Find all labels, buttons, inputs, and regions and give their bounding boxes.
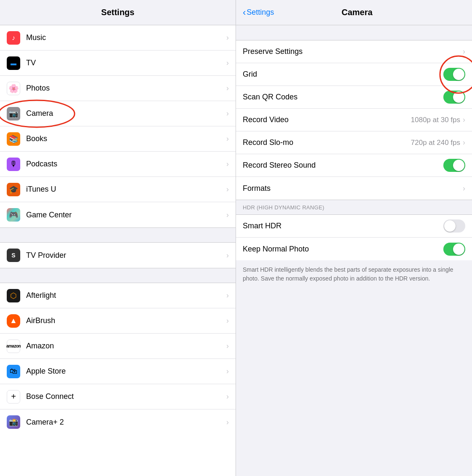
recordslomo-value: 720p at 240 fps <box>411 139 460 147</box>
books-label: Books <box>26 134 226 143</box>
camera-settings-group-1: Preserve Settings › Grid Scan QR Codes R… <box>236 40 472 200</box>
photos-icon: 🌸 <box>7 82 20 95</box>
sidebar-item-amazon[interactable]: amazon Amazon › <box>0 334 236 359</box>
podcasts-label: Podcasts <box>26 160 226 168</box>
sidebar-item-music[interactable]: ♪ Music › <box>0 25 236 51</box>
grid-item[interactable]: Grid <box>236 63 472 86</box>
afterlight-icon: ⬡ <box>7 289 20 302</box>
scanqr-toggle-knob <box>453 91 464 103</box>
smarthdr-item[interactable]: Smart HDR <box>236 215 472 238</box>
smarthdr-toggle-knob <box>444 220 456 232</box>
sidebar-item-tvprovider[interactable]: S TV Provider › <box>0 243 236 268</box>
recordslomo-label: Record Slo-mo <box>243 138 411 147</box>
camera-label: Camera <box>26 109 226 118</box>
formats-item[interactable]: Formats › <box>236 177 472 200</box>
recordvideo-value: 1080p at 30 fps <box>411 116 460 124</box>
podcasts-icon: 🎙 <box>7 158 20 171</box>
back-button[interactable]: ‹ Settings <box>243 7 274 18</box>
amazon-chevron: › <box>226 342 229 350</box>
airbrush-label: AirBrush <box>26 316 226 325</box>
formats-label: Formats <box>243 184 463 193</box>
preserve-label: Preserve Settings <box>243 47 463 56</box>
music-label: Music <box>26 33 226 42</box>
keepnormal-label: Keep Normal Photo <box>243 245 443 254</box>
sidebar-item-airbrush[interactable]: ▲ AirBrush › <box>0 308 236 334</box>
sidebar-item-gamecenter[interactable]: 🎮 Game Center › <box>0 202 236 227</box>
recordvideo-label: Record Video <box>243 115 411 124</box>
photos-chevron: › <box>226 84 229 93</box>
smarthdr-toggle[interactable] <box>443 219 465 233</box>
sidebar-item-tv[interactable]: ▬ TV › <box>0 51 236 76</box>
sidebar-item-podcasts[interactable]: 🎙 Podcasts › <box>0 152 236 177</box>
scanqr-item[interactable]: Scan QR Codes <box>236 86 472 109</box>
keepnormal-toggle[interactable] <box>443 243 465 256</box>
right-panel: ‹ Settings Camera Preserve Settings › Gr… <box>236 0 472 476</box>
applestore-chevron: › <box>226 367 229 376</box>
sidebar-item-applestore[interactable]: 🛍 Apple Store › <box>0 359 236 384</box>
sidebar-item-camera2[interactable]: 📸 Camera+ 2 › <box>0 409 236 435</box>
hdr-description: Smart HDR intelligently blends the best … <box>236 260 472 290</box>
itunes-icon: 🎓 <box>7 183 20 196</box>
applestore-label: Apple Store <box>26 367 226 376</box>
recordstereo-toggle-knob <box>453 160 464 171</box>
amazon-icon: amazon <box>7 340 20 353</box>
books-icon: 📚 <box>7 132 20 146</box>
recordslomo-item[interactable]: Record Slo-mo 720p at 240 fps › <box>236 131 472 154</box>
keepnormal-toggle-knob <box>453 243 464 255</box>
tvprovider-icon: S <box>7 249 20 262</box>
applestore-icon: 🛍 <box>7 365 20 378</box>
gamecenter-icon: 🎮 <box>7 208 20 222</box>
left-header: Settings <box>0 0 236 25</box>
music-icon: ♪ <box>7 31 20 45</box>
camera2-label: Camera+ 2 <box>26 418 226 427</box>
hdr-label: HDR (HIGH DYNAMIC RANGE) <box>243 204 324 211</box>
bose-label: Bose Connect <box>26 392 226 401</box>
smarthdr-label: Smart HDR <box>243 222 443 230</box>
camera-chevron: › <box>226 109 229 118</box>
camera-icon: 📷 <box>7 107 20 120</box>
recordvideo-item[interactable]: Record Video 1080p at 30 fps › <box>236 109 472 131</box>
scanqr-toggle[interactable] <box>443 91 465 104</box>
sidebar-item-afterlight[interactable]: ⬡ Afterlight › <box>0 283 236 308</box>
sidebar-item-photos[interactable]: 🌸 Photos › <box>0 76 236 101</box>
itunes-chevron: › <box>226 185 229 194</box>
bose-chevron: › <box>226 392 229 401</box>
preserve-settings-item[interactable]: Preserve Settings › <box>236 40 472 63</box>
left-panel: Settings ♪ Music › ▬ TV › 🌸 <box>0 0 236 476</box>
recordstereo-toggle[interactable] <box>443 159 465 172</box>
back-chevron-icon: ‹ <box>243 7 246 18</box>
hdr-description-text: Smart HDR intelligently blends the best … <box>243 266 453 282</box>
camera2-chevron: › <box>226 418 229 427</box>
recordvideo-chevron: › <box>463 115 465 124</box>
gamecenter-label: Game Center <box>26 211 226 219</box>
grid-label: Grid <box>243 70 443 79</box>
settings-group-1: ♪ Music › ▬ TV › 🌸 Photos › <box>0 25 236 227</box>
tv-icon: ▬ <box>7 56 20 70</box>
itunes-label: iTunes U <box>26 185 226 194</box>
left-title: Settings <box>101 8 134 17</box>
tv-chevron: › <box>226 59 229 67</box>
sidebar-item-itunes[interactable]: 🎓 iTunes U › <box>0 177 236 202</box>
settings-list: ♪ Music › ▬ TV › 🌸 Photos › <box>0 25 236 476</box>
airbrush-chevron: › <box>226 316 229 325</box>
recordstereo-item[interactable]: Record Stereo Sound <box>236 154 472 177</box>
sidebar-item-bose[interactable]: + Bose Connect › <box>0 384 236 409</box>
separator-2 <box>0 268 236 283</box>
bose-icon: + <box>7 390 20 404</box>
amazon-label: Amazon <box>26 342 226 350</box>
back-label: Settings <box>247 8 274 17</box>
tv-label: TV <box>26 59 226 67</box>
afterlight-chevron: › <box>226 291 229 300</box>
camera2-icon: 📸 <box>7 415 20 429</box>
grid-toggle[interactable] <box>443 68 465 81</box>
podcasts-chevron: › <box>226 160 229 168</box>
hdr-settings-group: Smart HDR Keep Normal Photo <box>236 215 472 260</box>
camera-title: Camera <box>274 8 440 17</box>
hdr-separator: HDR (HIGH DYNAMIC RANGE) <box>236 200 472 215</box>
sidebar-item-camera[interactable]: 📷 Camera › <box>0 101 236 126</box>
keepnormal-item[interactable]: Keep Normal Photo <box>236 238 472 260</box>
books-chevron: › <box>226 134 229 143</box>
music-chevron: › <box>226 33 229 42</box>
settings-group-2: S TV Provider › <box>0 243 236 268</box>
sidebar-item-books[interactable]: 📚 Books › <box>0 126 236 152</box>
